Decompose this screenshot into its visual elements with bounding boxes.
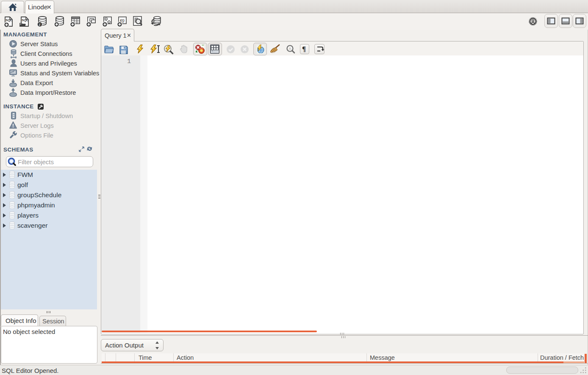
svg-text:A: A <box>289 47 291 51</box>
svg-text:¶: ¶ <box>302 45 306 53</box>
